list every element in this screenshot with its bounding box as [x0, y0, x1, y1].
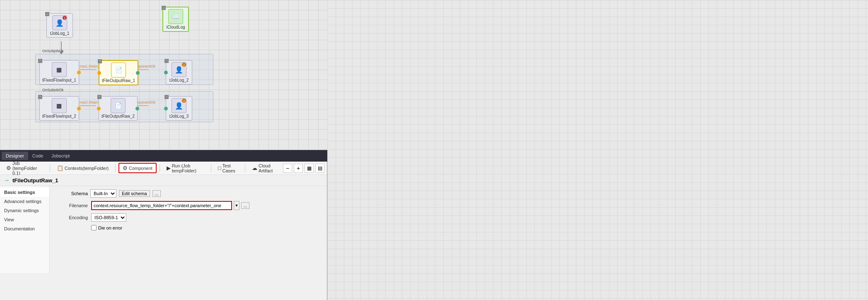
schema-dots-button[interactable]: ...: [152, 190, 161, 197]
node-label: tJobLog_1: [49, 31, 70, 36]
tab-jobscript[interactable]: Jobscript: [47, 152, 74, 160]
job-icon: ⚙: [6, 165, 11, 171]
tab-component[interactable]: ⚙ Component: [118, 163, 157, 173]
filename-arrow-btn[interactable]: ▼: [234, 201, 239, 210]
zoom-in-btn[interactable]: +: [294, 164, 303, 173]
toolbar-row: ⚙ Job (tempFolder 0.1) 📋 Contexts(tempFo…: [0, 162, 327, 175]
edit-schema-button[interactable]: Edit schema: [119, 190, 150, 197]
node-tjoblog2[interactable]: 👤 2 tJobLog_2 −: [166, 60, 192, 85]
sidebar-item-dynamic-settings[interactable]: Dynamic settings: [0, 206, 49, 215]
settings-layout: Basic settings Advanced settings Dynamic…: [0, 186, 327, 273]
node-label: iCloudLog: [166, 25, 186, 29]
encoding-label: Encoding: [55, 215, 88, 220]
list-view-btn[interactable]: ▤: [315, 164, 324, 173]
schema-row: Schema Built-In Edit schema ...: [55, 189, 322, 198]
bottom-tabs-bar: Designer Code Jobscript: [0, 150, 327, 162]
filename-row: Filename ▼ ...: [55, 201, 322, 210]
die-on-error-row: Die on error: [91, 225, 322, 230]
component-title-bar: → tFileOutputRaw_1: [0, 175, 327, 186]
grid-view-btn[interactable]: ▦: [305, 164, 314, 173]
node-icloudlog[interactable]: ☁️ iCloudLog −: [162, 7, 189, 32]
filename-input[interactable]: [91, 201, 232, 210]
node-label: tJobLog_3: [169, 114, 189, 119]
node-tfixedflow1[interactable]: ▦ tFixedFlowInput_1 −: [39, 60, 79, 85]
cloud-icon: ☁: [252, 165, 257, 171]
filename-input-container: ▼ ...: [91, 201, 249, 210]
sidebar-item-documentation[interactable]: Documentation: [0, 224, 49, 233]
zoom-out-btn[interactable]: −: [283, 164, 292, 173]
separator: [50, 165, 50, 172]
tab-testcases[interactable]: □ Test Cases: [214, 162, 242, 175]
tab-cloudartifact[interactable]: ☁ Cloud Artifact: [248, 162, 281, 175]
settings-content: Schema Built-In Edit schema ... Filename…: [50, 186, 327, 273]
right-canvas-area: [327, 0, 868, 300]
schema-label: Schema: [55, 191, 88, 196]
node-tfileoutputraw1[interactable]: 📄 tFileOutputRaw_1 −: [99, 60, 138, 85]
node-tjoblog1[interactable]: 👤 1 tJobLog_1 −: [46, 13, 73, 38]
node-label: tFixedFlowInput_1: [42, 78, 76, 82]
separator: [160, 165, 160, 172]
component-icon: ⚙: [123, 165, 128, 171]
node-label: tJobLog_2: [169, 78, 189, 82]
tab-job[interactable]: ⚙ Job (tempFolder 0.1): [2, 159, 47, 177]
flow-canvas: OnSubjobOk row1 (Main) OnComponentOk OnS…: [0, 0, 327, 150]
testcases-icon: □: [218, 165, 221, 171]
component-title-icon: →: [3, 177, 10, 184]
die-on-error-label: Die on error: [98, 225, 122, 230]
separator: [211, 165, 211, 172]
sidebar-item-advanced-settings[interactable]: Advanced settings: [0, 197, 49, 206]
node-tjoblog3[interactable]: 👤 3 tJobLog_3 −: [166, 96, 192, 121]
separator: [115, 165, 116, 172]
sidebar-item-basic-settings[interactable]: Basic settings: [0, 188, 49, 197]
run-icon: ▶: [167, 165, 171, 171]
node-label: tFixedFlowInput_2: [42, 114, 76, 119]
node-tfileoutputraw2[interactable]: 📄 tFileOutputRaw_2 −: [99, 96, 138, 121]
die-on-error-checkbox[interactable]: [91, 225, 97, 230]
filename-label: Filename: [55, 203, 88, 208]
tab-contexts[interactable]: 📋 Contexts(tempFolder): [53, 163, 112, 173]
component-title-text: tFileOutputRaw_1: [12, 177, 58, 184]
sidebar-item-view[interactable]: View: [0, 215, 49, 224]
separator: [245, 165, 245, 172]
filename-dots-button[interactable]: ...: [241, 202, 249, 209]
node-label: tFileOutputRaw_2: [102, 114, 135, 119]
node-tfixedflow2[interactable]: ▦ tFixedFlowInput_2 −: [39, 96, 79, 121]
node-label: tFileOutputRaw_1: [102, 78, 135, 83]
tab-run[interactable]: ▶ Run (Job tempFolder): [163, 162, 208, 175]
encoding-row: Encoding ISO-8859-1: [55, 213, 322, 222]
encoding-select[interactable]: ISO-8859-1: [91, 213, 126, 222]
toolbar-right-icons: − + ▦ ▤: [283, 164, 324, 173]
contexts-icon: 📋: [57, 165, 63, 171]
schema-select[interactable]: Built-In: [90, 189, 116, 198]
settings-sidebar: Basic settings Advanced settings Dynamic…: [0, 186, 50, 273]
